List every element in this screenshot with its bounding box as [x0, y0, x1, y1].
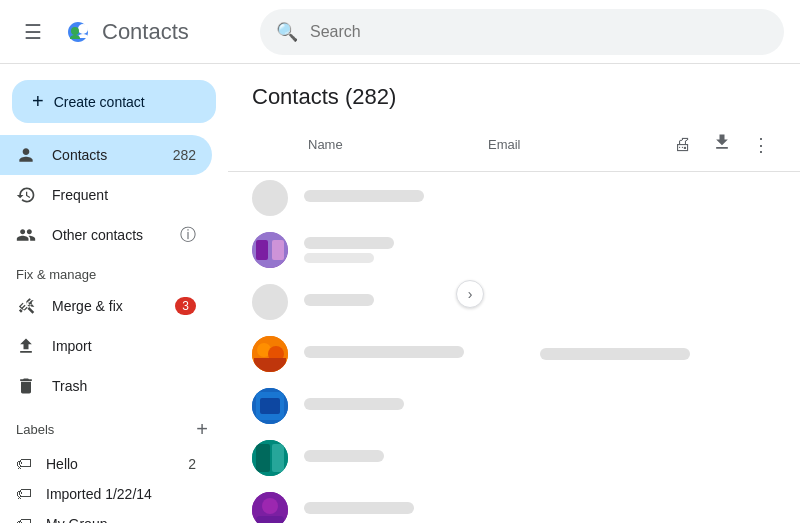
label-icon-2: 🏷	[16, 485, 32, 503]
sidebar: + Create contact Contacts 282 Frequent O…	[0, 64, 228, 523]
contact-info	[304, 450, 540, 466]
sidebar-other-label: Other contacts	[52, 227, 164, 243]
sidebar-item-frequent[interactable]: Frequent	[0, 175, 212, 215]
labels-title: Labels	[16, 422, 54, 437]
app-title: Contacts	[102, 19, 189, 45]
labels-header: Labels +	[0, 406, 228, 449]
sidebar-item-merge[interactable]: Merge & fix 3	[0, 286, 212, 326]
person-icon	[16, 145, 36, 165]
svg-rect-9	[254, 358, 286, 372]
content-header: Contacts (282)	[228, 64, 800, 118]
table-row[interactable]	[228, 328, 800, 380]
contact-info	[304, 294, 540, 310]
label-mygroup-name: My Group	[46, 516, 196, 523]
table-row[interactable]	[228, 432, 800, 484]
contacts-logo-icon	[62, 16, 94, 48]
main-layout: + Create contact Contacts 282 Frequent O…	[0, 64, 800, 523]
upload-icon	[16, 336, 36, 356]
table-row[interactable]	[228, 172, 800, 224]
topbar-left: ☰ Contacts	[16, 12, 244, 52]
info-icon[interactable]: ⓘ	[180, 225, 196, 246]
contact-name	[304, 450, 384, 462]
contacts-count-badge: (282)	[345, 84, 396, 109]
svg-point-1	[78, 24, 88, 34]
table-row[interactable]	[228, 224, 800, 276]
table-actions: 🖨 ⋮	[668, 126, 776, 163]
export-icon[interactable]	[706, 126, 738, 163]
sidebar-frequent-label: Frequent	[52, 187, 196, 203]
content-wrapper: Contacts (282) Name Email 🖨 ⋮	[228, 64, 800, 523]
page-title: Contacts (282)	[252, 84, 776, 110]
label-item-mygroup[interactable]: 🏷 My Group	[0, 509, 212, 523]
section-fix-manage: Fix & manage	[0, 255, 228, 286]
contact-info	[304, 190, 540, 206]
contact-info	[304, 398, 540, 414]
svg-rect-14	[256, 444, 270, 472]
sidebar-merge-label: Merge & fix	[52, 298, 159, 314]
table-row[interactable]	[228, 276, 800, 328]
search-icon: 🔍	[276, 21, 298, 43]
contact-name	[304, 346, 464, 358]
contact-name	[304, 502, 414, 514]
sidebar-trash-label: Trash	[52, 378, 196, 394]
label-hello-count: 2	[188, 456, 196, 472]
contacts-count: 282	[173, 147, 196, 163]
label-imported-name: Imported 1/22/14	[46, 486, 196, 502]
contact-email	[540, 348, 776, 360]
avatar	[252, 284, 288, 320]
contact-name	[304, 237, 394, 249]
create-contact-button[interactable]: + Create contact	[12, 80, 216, 123]
table-row[interactable]	[228, 484, 800, 523]
build-icon	[16, 296, 36, 316]
people-icon	[16, 225, 36, 245]
label-icon: 🏷	[16, 455, 32, 473]
print-icon[interactable]: 🖨	[668, 128, 698, 161]
svg-point-2	[71, 27, 79, 35]
avatar	[252, 440, 288, 476]
app-logo[interactable]: Contacts	[62, 16, 189, 48]
svg-rect-18	[256, 516, 284, 523]
svg-rect-4	[256, 240, 268, 260]
table-header: Name Email 🖨 ⋮	[228, 118, 800, 172]
content-area: Contacts (282) Name Email 🖨 ⋮	[228, 64, 800, 523]
avatar	[252, 492, 288, 523]
history-icon	[16, 185, 36, 205]
collapse-sidebar-button[interactable]: ›	[456, 280, 484, 308]
contact-name	[304, 294, 374, 306]
svg-point-17	[262, 498, 278, 514]
plus-icon: +	[32, 90, 44, 113]
avatar	[252, 388, 288, 424]
svg-rect-15	[272, 444, 284, 472]
contact-info	[304, 346, 540, 362]
sidebar-item-import[interactable]: Import	[0, 326, 212, 366]
column-name: Name	[252, 137, 488, 152]
svg-rect-12	[260, 398, 280, 414]
more-icon[interactable]: ⋮	[746, 128, 776, 162]
menu-icon[interactable]: ☰	[16, 12, 50, 52]
table-row[interactable]	[228, 380, 800, 432]
sidebar-import-label: Import	[52, 338, 196, 354]
contact-info	[304, 237, 540, 263]
contact-name	[304, 190, 424, 202]
column-email: Email	[488, 137, 668, 152]
sidebar-contacts-label: Contacts	[52, 147, 157, 163]
search-bar[interactable]: 🔍	[260, 9, 784, 55]
svg-rect-5	[272, 240, 284, 260]
sidebar-item-other-contacts[interactable]: Other contacts ⓘ	[0, 215, 212, 255]
contact-name	[304, 398, 404, 410]
label-icon-3: 🏷	[16, 515, 32, 523]
label-item-imported[interactable]: 🏷 Imported 1/22/14	[0, 479, 212, 509]
contact-info	[304, 502, 540, 518]
avatar	[252, 336, 288, 372]
label-item-hello[interactable]: 🏷 Hello 2	[0, 449, 212, 479]
topbar: ☰ Contacts 🔍	[0, 0, 800, 64]
avatar	[252, 232, 288, 268]
sidebar-item-trash[interactable]: Trash	[0, 366, 212, 406]
sidebar-item-contacts[interactable]: Contacts 282	[0, 135, 212, 175]
search-input[interactable]	[310, 23, 768, 41]
label-hello-name: Hello	[46, 456, 174, 472]
delete-icon	[16, 376, 36, 396]
add-label-button[interactable]: +	[192, 414, 212, 445]
create-contact-label: Create contact	[54, 94, 145, 110]
contact-subtitle	[304, 253, 374, 263]
